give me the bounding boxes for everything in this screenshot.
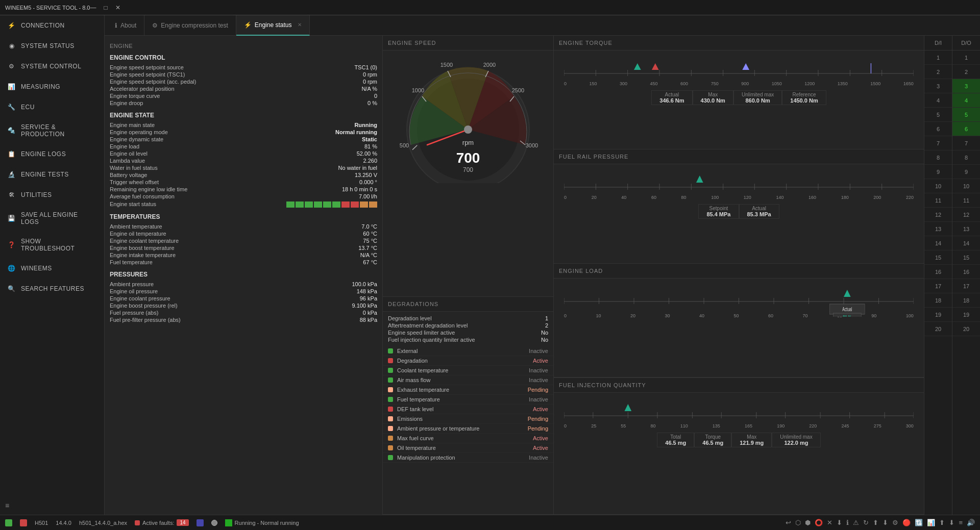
maximize-btn[interactable]: □ — [104, 4, 107, 11]
row-speed-tsc1: Engine speed setpoint (TSC1) 0 rpm — [110, 71, 377, 78]
toolbar-icon-14[interactable]: 🔃 — [915, 519, 923, 526]
toolbar-icon-3[interactable]: ⬢ — [805, 519, 811, 526]
sidebar-item-service-production[interactable]: 🔩 SERVICE & PRODUCTION — [0, 117, 104, 144]
di-13: 13 — [924, 222, 952, 236]
row-oil-pressure: Engine oil pressure 148 kPa — [110, 288, 377, 295]
sidebar-label-system-status: SYSTEM STATUS — [21, 42, 75, 49]
row-low-idle: Remaining engine low idle time 18 h 0 mi… — [110, 186, 377, 193]
row-coolant-pressure: Engine coolant pressure 96 kPa — [110, 295, 377, 302]
engine-logs-icon: 📋 — [8, 150, 16, 158]
close-btn[interactable]: ✕ — [115, 4, 120, 11]
sidebar-item-system-control[interactable]: ⚙ SYSTEM CONTROL — [0, 56, 104, 77]
tab-engine-status[interactable]: ⚡ Engine status ✕ — [236, 15, 310, 36]
degrad-row-speed-limiter: Engine speed limiter active No — [388, 329, 548, 336]
torque-reference-cell: Reference 1450.0 Nm — [782, 90, 826, 105]
sidebar-label-measuring: MEASURING — [21, 83, 60, 90]
engine-torque-header: ENGINE TORQUE — [554, 36, 924, 51]
engine-data-panel: ENGINE ENGINE CONTROL Engine speed setpo… — [105, 36, 383, 515]
row-fuel-temp: Fuel temperature 67 °C — [110, 259, 377, 266]
sidebar-item-save-logs[interactable]: 💾 SAVE ALL ENGINE LOGS — [0, 205, 104, 232]
row-fuel-pressure: Fuel pressure (abs) 0 kPa — [110, 309, 377, 316]
row-fuel-consumption: Average fuel consumption 7.00 l/h — [110, 193, 377, 200]
fuel-rail-setpoint-marker — [696, 175, 703, 183]
sidebar-item-connection[interactable]: ⚡ CONNECTION — [0, 15, 104, 36]
row-speed-pedal: Engine speed setpoint (acc. pedal) 0 rpm — [110, 78, 377, 85]
temperatures-title: TEMPERATURES — [110, 213, 377, 220]
tab-about[interactable]: ℹ About — [107, 15, 144, 36]
sidebar-label-utilities: UTILITIES — [21, 191, 52, 198]
row-operating-mode: Engine operating mode Normal running — [110, 129, 377, 136]
toolbar-icon-9[interactable]: ↻ — [863, 519, 869, 526]
svg-text:rpm: rpm — [462, 139, 474, 146]
do-4: 4 — [952, 93, 980, 108]
version-label: 14.4.0 — [56, 520, 71, 526]
do-9: 9 — [952, 165, 980, 179]
di-6: 6 — [924, 122, 952, 136]
di-14: 14 — [924, 236, 952, 250]
status-green-indicator — [5, 519, 12, 526]
toolbar-icon-17[interactable]: ⬇ — [949, 519, 954, 526]
sidebar-item-search[interactable]: 🔍 SEARCH FEATURES — [0, 279, 104, 299]
sidebar-item-system-status[interactable]: ◉ SYSTEM STATUS — [0, 36, 104, 56]
svg-text:2500: 2500 — [512, 87, 524, 93]
toolbar-icon-5[interactable]: ✕ — [827, 519, 832, 526]
toolbar-icon-19[interactable]: 🔊 — [967, 519, 975, 526]
degrad-item-emissions: Emissions Pending — [383, 414, 553, 424]
sidebar-item-wineems[interactable]: 🌐 WINEEMS — [0, 258, 104, 279]
svg-text:2000: 2000 — [483, 62, 496, 68]
toolbar-icon-16[interactable]: ⬆ — [939, 519, 945, 526]
toolbar-icon-2[interactable]: ⬡ — [795, 519, 801, 526]
sidebar-label-save-logs: SAVE ALL ENGINE LOGS — [21, 211, 96, 225]
sidebar-item-ecu[interactable]: 🔧 ECU — [0, 97, 104, 117]
toolbar-icon-15[interactable]: 📊 — [927, 519, 935, 526]
degrad-item-def-tank: DEF tank level Active — [383, 405, 553, 414]
toolbar-icon-10[interactable]: ⬆ — [873, 519, 878, 526]
do-18: 18 — [952, 293, 980, 308]
sidebar-item-utilities[interactable]: 🛠 UTILITIES — [0, 185, 104, 205]
toolbar-icon-18[interactable]: ≡ — [959, 519, 963, 526]
toolbar-icon-11[interactable]: ⬇ — [883, 519, 888, 526]
di-11: 11 — [924, 193, 952, 208]
do-1: 1 — [952, 51, 980, 65]
toolbar-icon-7[interactable]: ℹ — [846, 519, 849, 526]
sidebar-item-troubleshoot[interactable]: ❓ SHOW TROUBLESHOOT — [0, 232, 104, 258]
fault-indicator: Active faults: 14 — [135, 519, 188, 526]
di-15: 15 — [924, 250, 952, 265]
fuel-rail-scale-svg — [564, 174, 914, 195]
row-dynamic-state: Engine dynamic state Static — [110, 136, 377, 143]
toolbar-icon-1[interactable]: ↩ — [786, 519, 791, 526]
di-3: 3 — [924, 79, 952, 93]
sidebar-item-measuring[interactable]: 📊 MEASURING — [0, 77, 104, 97]
do-15: 15 — [952, 250, 980, 265]
degrad-row-after: Aftertreatment degradation level 2 — [388, 322, 548, 329]
fuel-injection-marker — [625, 404, 632, 411]
sidebar-item-engine-tests[interactable]: 🔬 ENGINE TESTS — [0, 164, 104, 185]
status-circle — [211, 520, 217, 526]
toolbar-icon-12[interactable]: ⚙ — [892, 519, 898, 526]
degrad-row-level: Degradation level 1 — [388, 315, 548, 322]
tab-engine-compression[interactable]: ⚙ Engine compression test — [144, 15, 236, 36]
toolbar-icon-6[interactable]: ⬇ — [837, 519, 842, 526]
minimize-btn[interactable]: — — [90, 4, 96, 11]
row-coolant-temp: Engine coolant temperature 75 °C — [110, 237, 377, 244]
sidebar-label-engine-tests: ENGINE TESTS — [21, 171, 69, 178]
degrad-item-degradation: Degradation Active — [383, 356, 553, 366]
toolbar-icon-13[interactable]: 🔴 — [902, 519, 911, 526]
engine-status-tab-close[interactable]: ✕ — [298, 22, 302, 28]
degrad-item-fuel-temp: Fuel temperature Inactive — [383, 395, 553, 405]
di-header: D/I — [924, 36, 952, 51]
toolbar-icon-8[interactable]: ⚠ — [853, 519, 859, 526]
sidebar-item-engine-logs[interactable]: 📋 ENGINE LOGS — [0, 144, 104, 164]
row-intake-temp: Engine intake temperature N/A °C — [110, 251, 377, 259]
fuel-injection-scale-svg — [564, 403, 914, 423]
ecu-icon: 🔧 — [8, 103, 16, 111]
titlebar: WINEEM5 - SERVICE TOOL - 8.0 — □ ✕ — [0, 0, 980, 15]
do-11: 11 — [952, 193, 980, 208]
sidebar-collapse-btn[interactable]: ≡ — [5, 501, 9, 510]
max-torque-marker — [652, 63, 659, 70]
titlebar-title: WINEEM5 - SERVICE TOOL - 8.0 — [5, 5, 90, 11]
fuel-rail-actual-cell: Actual 85.3 MPa — [739, 204, 779, 219]
toolbar-icon-4[interactable]: ⭕ — [815, 519, 823, 526]
row-engine-load: Engine load 81 % — [110, 143, 377, 150]
status-red-indicator — [20, 519, 27, 526]
